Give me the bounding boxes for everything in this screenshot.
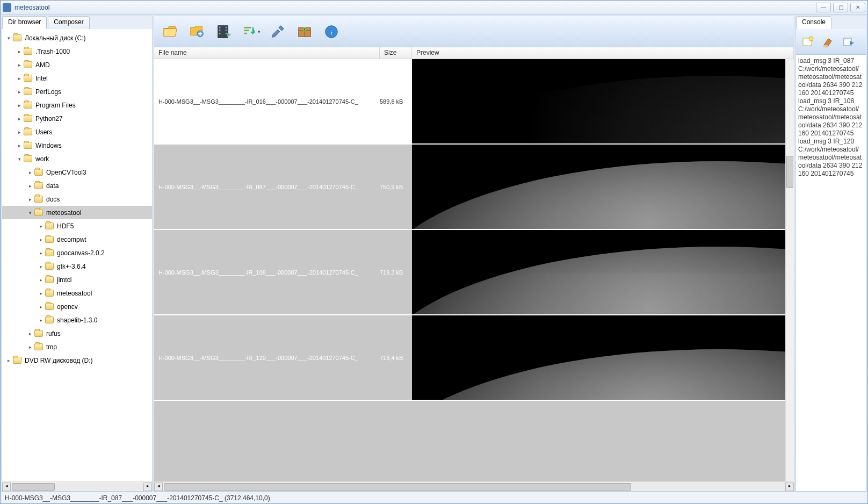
tree-item[interactable]: ▸jimtcl (2, 273, 152, 286)
tree-item[interactable]: ▸Windows (2, 139, 152, 152)
svg-point-16 (809, 37, 813, 41)
list-vscrollbar[interactable] (785, 59, 794, 481)
tree-item[interactable]: ▸.Trash-1000 (2, 45, 152, 58)
cell-filename: H-000-MSG3__-MSG3________-IR_016___-0000… (154, 59, 380, 143)
tree-item[interactable]: ▸Program Files (2, 98, 152, 112)
sort-button[interactable] (241, 22, 261, 41)
col-preview[interactable]: Preview (412, 47, 794, 59)
expander-icon[interactable]: ▸ (27, 344, 33, 350)
maximize-button[interactable]: ▢ (833, 3, 848, 12)
tree-item-label: docs (46, 196, 60, 203)
console-clear-button[interactable] (821, 34, 836, 49)
tree-item[interactable]: ▸opencv (2, 300, 152, 313)
expander-icon[interactable]: ▸ (16, 129, 23, 135)
folder-icon (24, 102, 32, 109)
cell-preview (412, 145, 794, 229)
svg-rect-6 (226, 30, 227, 31)
svg-rect-10 (244, 32, 247, 34)
satellite-image (412, 349, 794, 400)
svg-rect-9 (244, 30, 249, 31)
film-button[interactable] (214, 22, 234, 41)
expander-icon[interactable]: ▸ (16, 76, 23, 81)
folder-icon (13, 357, 21, 364)
tree-item[interactable]: ▾meteosatool (2, 206, 152, 219)
expander-icon[interactable]: ▸ (38, 291, 44, 296)
tools-button[interactable] (268, 22, 287, 41)
console-run-button[interactable] (841, 34, 856, 49)
tree-item[interactable]: ▸shapelib-1.3.0 (2, 313, 152, 327)
tree-item[interactable]: ▸Intel (2, 71, 152, 85)
close-button[interactable]: ✕ (850, 3, 865, 12)
tree-item[interactable]: ▸DVD RW дисковод (D:) (2, 354, 152, 367)
expander-icon[interactable]: ▾ (16, 156, 23, 162)
console-line: load_msg 3 IR_108 C:/work/meteosatool/me… (798, 97, 864, 138)
expander-icon[interactable]: ▾ (5, 35, 12, 41)
expander-icon[interactable]: ▸ (38, 304, 44, 309)
tree-item-label: Program Files (35, 102, 76, 109)
expander-icon[interactable]: ▸ (16, 89, 23, 95)
tree-hscrollbar[interactable]: ◂▸ (2, 481, 152, 491)
tree-item[interactable]: ▸gtk+-3.6.4 (2, 260, 152, 273)
expander-icon[interactable]: ▸ (5, 358, 12, 363)
expander-icon[interactable]: ▸ (16, 49, 23, 54)
col-size[interactable]: Size (380, 47, 412, 59)
tree-item[interactable]: ▸goocanvas-2.0.2 (2, 246, 152, 260)
expander-icon[interactable]: ▸ (38, 250, 44, 256)
folder-icon (24, 88, 32, 95)
tab-console[interactable]: Console (796, 16, 831, 29)
expander-icon[interactable]: ▸ (38, 237, 44, 242)
tab-dir-browser[interactable]: Dir browser (2, 16, 47, 29)
tab-composer[interactable]: Composer (48, 16, 89, 29)
table-row[interactable]: H-000-MSG3__-MSG3________-IR_120___-0000… (154, 315, 794, 401)
center-hscrollbar[interactable]: ◂▸ (154, 481, 794, 491)
folder-icon (45, 249, 54, 256)
package-button[interactable] (295, 22, 314, 41)
expander-icon[interactable]: ▸ (38, 318, 44, 323)
tree-item[interactable]: ▸HDF5 (2, 219, 152, 233)
svg-rect-2 (219, 26, 221, 28)
expander-icon[interactable]: ▸ (16, 62, 23, 68)
tree-item[interactable]: ▸Users (2, 125, 152, 139)
expander-icon[interactable]: ▸ (38, 224, 44, 229)
expander-icon[interactable]: ▸ (27, 331, 33, 336)
tree-item[interactable]: ▸Python27 (2, 112, 152, 125)
folder-settings-button[interactable] (187, 22, 207, 41)
tree-item[interactable]: ▾work (2, 152, 152, 165)
expander-icon[interactable]: ▸ (16, 143, 23, 148)
directory-tree[interactable]: ▾Локальный диск (C:)▸.Trash-1000▸AMD▸Int… (2, 29, 152, 481)
tree-item[interactable]: ▸docs (2, 192, 152, 206)
tree-item[interactable]: ▸PerfLogs (2, 85, 152, 98)
tree-item[interactable]: ▸AMD (2, 58, 152, 71)
file-list[interactable]: H-000-MSG3__-MSG3________-IR_016___-0000… (154, 59, 794, 481)
open-folder-button[interactable] (161, 22, 180, 41)
expander-icon[interactable]: ▾ (27, 210, 33, 215)
minimize-button[interactable]: — (816, 3, 831, 12)
tree-item-label: opencv (57, 303, 78, 311)
status-text: H-000-MSG3__-MSG3________-IR_087___-0000… (5, 494, 270, 502)
expander-icon[interactable]: ▸ (16, 116, 23, 121)
tree-item[interactable]: ▸decompwt (2, 233, 152, 246)
expander-icon[interactable]: ▸ (38, 277, 44, 283)
table-row[interactable]: H-000-MSG3__-MSG3________-IR_016___-0000… (154, 59, 794, 145)
tree-item[interactable]: ▸data (2, 179, 152, 192)
expander-icon[interactable]: ▸ (16, 103, 23, 108)
table-row[interactable]: H-000-MSG3__-MSG3________-IR_108___-0000… (154, 230, 794, 315)
tree-item[interactable]: ▸meteosatool (2, 286, 152, 300)
console-toolbar (796, 29, 866, 55)
expander-icon[interactable]: ▸ (27, 183, 33, 189)
col-filename[interactable]: File name (154, 47, 380, 59)
left-panel: Dir browser Composer ▾Локальный диск (C:… (2, 16, 153, 492)
table-row[interactable]: H-000-MSG3__-MSG3________-IR_087___-0000… (154, 145, 794, 230)
expander-icon[interactable]: ▸ (27, 170, 33, 175)
tree-item[interactable]: ▸tmp (2, 340, 152, 354)
tree-item[interactable]: ▸OpenCVTool3 (2, 165, 152, 179)
info-button[interactable]: i (322, 22, 341, 41)
expander-icon[interactable]: ▸ (38, 264, 44, 269)
tree-item[interactable]: ▸rufus (2, 327, 152, 340)
folder-icon (45, 236, 54, 243)
expander-icon[interactable]: ▸ (27, 197, 33, 202)
console-new-button[interactable] (800, 34, 815, 49)
svg-rect-4 (219, 32, 221, 34)
folder-icon (45, 316, 54, 323)
tree-item[interactable]: ▾Локальный диск (C:) (2, 31, 152, 45)
